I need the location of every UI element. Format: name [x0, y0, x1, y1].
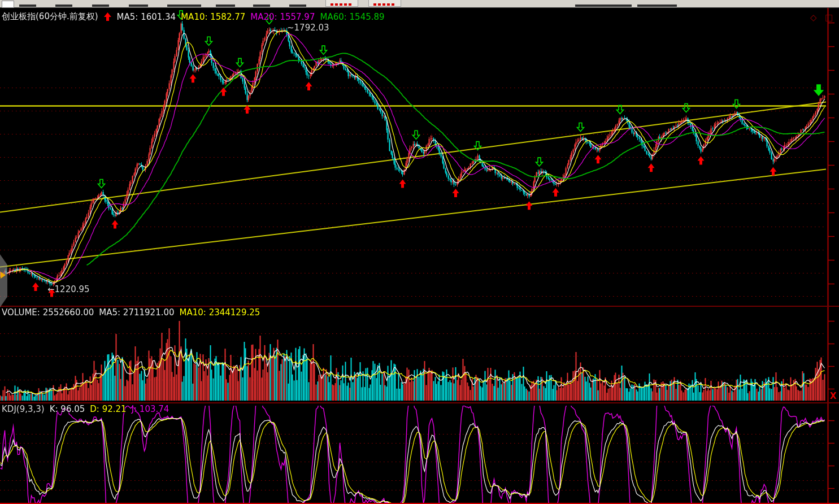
menu-item-fragment[interactable]: [253, 5, 270, 7]
kdj-header: KDJ(9,3,3) K: 96.05 D: 92.21 J: 103.74: [2, 404, 169, 414]
app-window: 创业板指(60分钟.前复权) MA5: 1601.34 MA10: 1582.7…: [0, 0, 839, 504]
toolbar-red-button-2[interactable]: [368, 0, 401, 7]
top-toolbar: [0, 0, 839, 8]
low-price-annotation: ←1220.95: [47, 284, 90, 294]
volume-header: VOLUME: 2552660.00 MA5: 2711921.00 MA10:…: [2, 307, 260, 318]
chart-corner-controls[interactable]: ◇ □: [810, 12, 836, 23]
status-text-fragment: [637, 5, 677, 7]
kdj-panel: [0, 403, 839, 503]
close-indicator-icon[interactable]: X: [830, 391, 837, 401]
volume-panel: [0, 307, 839, 402]
menu-item-fragment[interactable]: [216, 5, 235, 7]
toolbar-red-button-1[interactable]: [325, 0, 358, 7]
ma20-label: MA20: 1557.97: [250, 12, 315, 22]
high-price-annotation: ~1792.03: [287, 23, 329, 33]
flyout-arrow-icon: [1, 272, 6, 279]
status-text-fragment: [575, 5, 632, 7]
menu-item-fragment[interactable]: [92, 5, 109, 7]
kdj-d-label: D: 92.21: [90, 404, 126, 414]
menu-item-fragment[interactable]: [167, 5, 201, 7]
kdj-k-label: K: 96.05: [50, 404, 85, 414]
volume-ma10-label: MA10: 2344129.25: [180, 307, 260, 318]
menu-item-fragment[interactable]: [19, 5, 36, 7]
symbol-title: 创业板指(60分钟.前复权): [2, 11, 98, 22]
main-chart-panel: [0, 8, 839, 306]
ma5-label: MA5: 1601.34: [117, 12, 176, 22]
ma60-label: MA60: 1545.89: [320, 12, 384, 22]
volume-label: VOLUME: 2552660.00: [2, 307, 94, 318]
ma10-label: MA10: 1582.77: [181, 12, 245, 22]
main-chart-canvas[interactable]: [0, 8, 839, 306]
up-arrow-icon: [104, 12, 111, 21]
volume-ma5-label: MA5: 2711921.00: [99, 307, 174, 318]
menu-item-fragment[interactable]: [289, 5, 306, 7]
menu-item-fragment[interactable]: [129, 5, 148, 7]
menu-item-fragment[interactable]: [55, 5, 72, 7]
red-text-fragment: [331, 3, 353, 6]
kdj-canvas[interactable]: [0, 403, 839, 503]
volume-canvas[interactable]: [0, 307, 839, 402]
kdj-title: KDJ(9,3,3): [2, 404, 45, 414]
window-icon[interactable]: [2, 1, 14, 8]
red-text-fragment: [373, 3, 396, 6]
main-chart-header: 创业板指(60分钟.前复权) MA5: 1601.34 MA10: 1582.7…: [2, 11, 385, 22]
kdj-j-label: J: 103.74: [132, 404, 169, 414]
